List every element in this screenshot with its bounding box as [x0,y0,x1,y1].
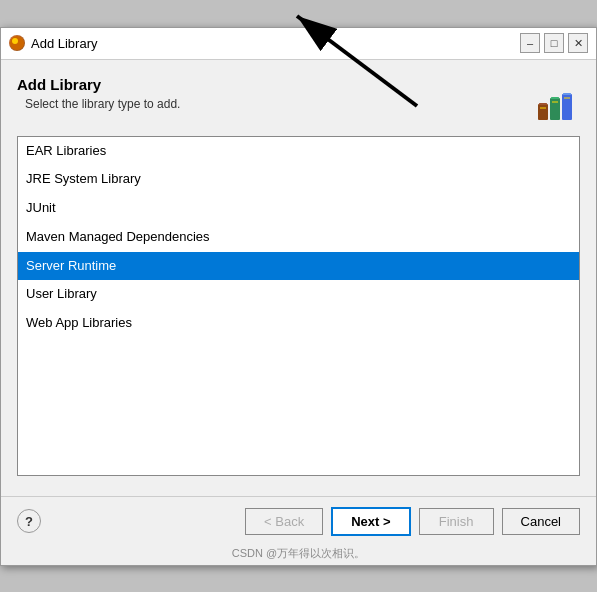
svg-rect-2 [538,104,548,120]
help-button[interactable]: ? [17,509,41,533]
maximize-button[interactable]: □ [544,33,564,53]
title-bar-controls: – □ ✕ [520,33,588,53]
cancel-button[interactable]: Cancel [502,508,580,535]
svg-rect-3 [539,103,547,105]
close-button[interactable]: ✕ [568,33,588,53]
title-bar-left: Add Library [9,35,97,51]
window-icon [9,35,25,51]
list-item[interactable]: EAR Libraries [18,137,579,166]
add-library-window: Add Library – □ ✕ Add Library Select the… [0,27,597,566]
header-icon [532,76,580,124]
page-title: Add Library [17,76,180,93]
list-wrapper: EAR Libraries JRE System Library JUnit M… [17,136,580,476]
content-area: Add Library Select the library type to a… [1,60,596,496]
svg-rect-5 [551,97,559,99]
finish-button[interactable]: Finish [419,508,494,535]
minimize-button[interactable]: – [520,33,540,53]
header-text: Add Library Select the library type to a… [17,76,180,111]
page-subtitle: Select the library type to add. [25,97,180,111]
list-item[interactable]: JRE System Library [18,165,579,194]
list-item-selected[interactable]: Server Runtime [18,252,579,281]
list-item[interactable]: Web App Libraries [18,309,579,338]
list-item[interactable]: JUnit [18,194,579,223]
library-list[interactable]: EAR Libraries JRE System Library JUnit M… [17,136,580,476]
svg-rect-7 [563,93,571,95]
svg-point-1 [12,38,18,44]
svg-rect-4 [550,98,560,120]
list-item[interactable]: User Library [18,280,579,309]
title-bar: Add Library – □ ✕ [1,28,596,60]
back-button[interactable]: < Back [245,508,323,535]
list-item[interactable]: Maven Managed Dependencies [18,223,579,252]
header-section: Add Library Select the library type to a… [17,76,580,124]
footer: ? < Back Next > Finish Cancel [1,496,596,546]
title-bar-label: Add Library [31,36,97,51]
next-button[interactable]: Next > [331,507,410,536]
watermark: CSDN @万年得以次相识。 [1,546,596,565]
